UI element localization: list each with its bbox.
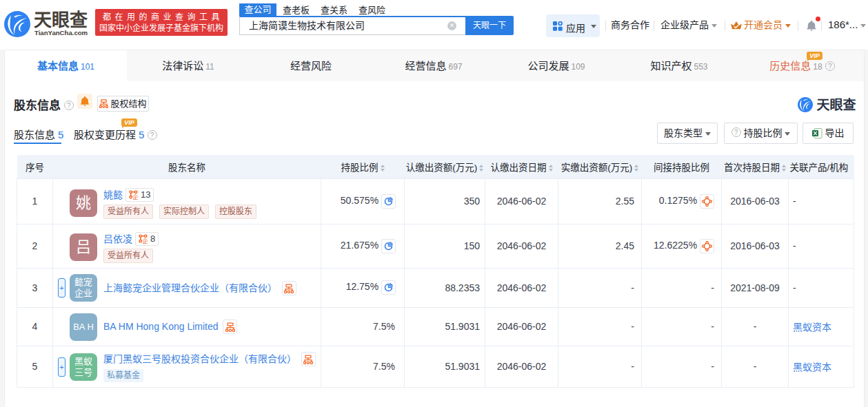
svg-text:企: 企	[142, 238, 148, 244]
svg-text:企: 企	[132, 194, 139, 200]
